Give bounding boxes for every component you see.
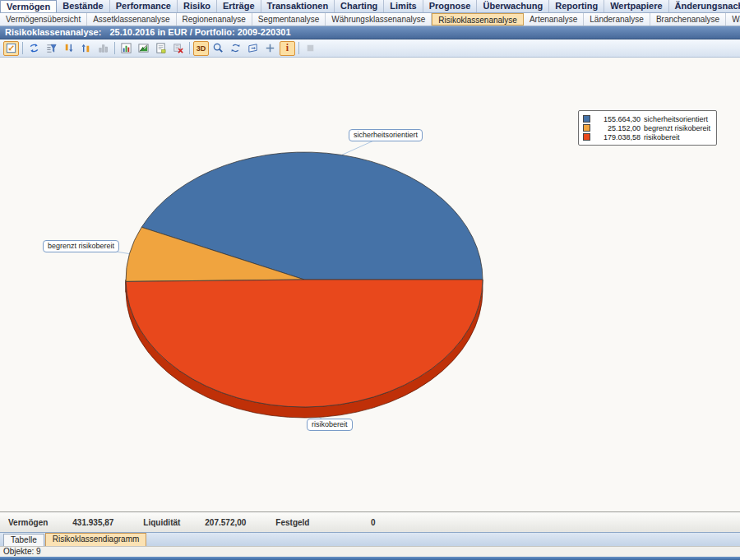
window-bottom-strip bbox=[0, 557, 740, 560]
delete-icon[interactable] bbox=[170, 41, 186, 56]
bar-chart-icon[interactable] bbox=[118, 41, 134, 56]
refresh-icon[interactable] bbox=[26, 41, 42, 56]
submenu-tab[interactable]: Währungsklassenanalyse bbox=[326, 13, 432, 25]
legend-row: 155.664,30 sicherheitsorientiert bbox=[583, 114, 710, 123]
fit-view-icon[interactable] bbox=[3, 41, 19, 56]
legend-label: risikobereit bbox=[644, 133, 680, 141]
summary-value: 0 bbox=[326, 518, 375, 527]
submenu-tab[interactable]: Risikoklassenanalyse bbox=[432, 13, 524, 25]
summary-item: Vermögen 431.935,87 bbox=[8, 518, 113, 527]
legend-label: sicherheitsorientiert bbox=[644, 115, 708, 123]
submenu-tab[interactable]: Regionenanalyse bbox=[177, 13, 252, 25]
legend-swatch bbox=[583, 115, 590, 123]
perspective-icon[interactable] bbox=[245, 41, 261, 56]
info-icon[interactable]: i bbox=[280, 41, 295, 56]
3d-toggle-icon[interactable]: 3D bbox=[193, 41, 209, 56]
view-title: Risikoklassenanalyse: bbox=[5, 26, 101, 39]
menu-tab[interactable]: Prognose bbox=[423, 0, 478, 12]
filter-icon[interactable] bbox=[44, 41, 59, 56]
view-titlebar: Risikoklassenanalyse: 25.10.2016 in EUR … bbox=[0, 26, 740, 39]
legend-label: begrenzt risikobereit bbox=[644, 124, 710, 132]
zoom-lens-icon[interactable] bbox=[210, 41, 226, 56]
add-icon[interactable] bbox=[262, 41, 278, 56]
toolbar-separator bbox=[298, 42, 299, 54]
legend-swatch bbox=[583, 133, 590, 141]
submenu-tab[interactable]: Länderanalyse bbox=[584, 13, 650, 25]
menu-tab[interactable]: Charting bbox=[335, 0, 384, 12]
main-menu: VermögenBeständePerformanceRisikoErträge… bbox=[0, 0, 740, 13]
summary-item: Festgeld 0 bbox=[275, 518, 375, 527]
toolbar-separator bbox=[189, 42, 190, 54]
menu-tab[interactable]: Limits bbox=[384, 0, 423, 12]
view-tab[interactable]: Risikoklassendiagramm bbox=[45, 533, 147, 546]
view-context: 25.10.2016 in EUR / Portfolio: 2009-2203… bbox=[109, 26, 290, 39]
submenu-tab[interactable]: Vermögensübersicht bbox=[0, 13, 87, 25]
summary-label: Festgeld bbox=[275, 518, 309, 527]
summary-item: Liquidität 207.572,00 bbox=[143, 518, 246, 527]
legend-row: 25.152,00 begrenzt risikobereit bbox=[583, 123, 710, 132]
legend-value: 179.038,58 bbox=[594, 133, 641, 141]
menu-tab[interactable]: Bestände bbox=[57, 0, 110, 12]
summary-bar: Vermögen 431.935,87 Liquidität 207.572,0… bbox=[0, 511, 740, 532]
placeholder-disabled-icon bbox=[303, 41, 318, 56]
application-window: VermögenBeständePerformanceRisikoErträge… bbox=[0, 0, 740, 560]
object-count: Objekte: 9 bbox=[3, 547, 41, 556]
drill-down-icon[interactable] bbox=[61, 41, 76, 56]
chart-area: sicherheitsorientiertbegrenzt risikobere… bbox=[0, 58, 740, 511]
summary-value: 207.572,00 bbox=[197, 518, 246, 527]
view-tab[interactable]: Tabelle bbox=[3, 534, 44, 546]
rotate-icon[interactable] bbox=[228, 41, 243, 56]
submenu-tab[interactable]: Assetklassenanalyse bbox=[87, 13, 176, 25]
legend-row: 179.038,58 risikobereit bbox=[583, 132, 710, 141]
chart-disabled-icon bbox=[95, 41, 111, 56]
export-report-icon[interactable] bbox=[153, 41, 169, 56]
drill-up-icon[interactable] bbox=[78, 41, 94, 56]
toolbar-separator bbox=[114, 42, 115, 54]
chart-legend: 155.664,30 sicherheitsorientiert 25.152,… bbox=[578, 110, 717, 146]
legend-value: 25.152,00 bbox=[594, 124, 641, 132]
analysis-submenu: VermögensübersichtAssetklassenanalyseReg… bbox=[0, 13, 740, 26]
menu-tab[interactable]: Wertpapiere bbox=[604, 0, 668, 12]
summary-value: 431.935,87 bbox=[64, 518, 113, 527]
legend-value: 155.664,30 bbox=[594, 115, 641, 123]
chart-toolbar: 3D i bbox=[0, 39, 740, 58]
submenu-tab[interactable]: Artenanalyse bbox=[524, 13, 584, 25]
submenu-tab[interactable]: Segmentanalyse bbox=[252, 13, 326, 25]
submenu-tab[interactable]: Währungsanalyse bbox=[726, 13, 740, 25]
menu-tab[interactable]: Performance bbox=[110, 0, 178, 12]
submenu-tab[interactable]: Branchenanalyse bbox=[650, 13, 726, 25]
view-tabs: TabelleRisikoklassendiagramm bbox=[0, 532, 740, 546]
menu-tab[interactable]: Transaktionen bbox=[261, 0, 335, 12]
image-chart-icon[interactable] bbox=[136, 41, 151, 56]
legend-swatch bbox=[583, 124, 590, 132]
summary-label: Liquidität bbox=[143, 518, 180, 527]
pie-slice[interactable] bbox=[126, 280, 483, 407]
toolbar-separator bbox=[22, 42, 23, 54]
menu-tab[interactable]: Änderungsnachverfolgung bbox=[669, 0, 740, 12]
menu-tab[interactable]: Risiko bbox=[178, 0, 217, 12]
menu-tab[interactable]: Reporting bbox=[549, 0, 604, 12]
menu-tab[interactable]: Überwachung bbox=[477, 0, 549, 12]
menu-tab[interactable]: Vermögen bbox=[0, 0, 57, 12]
menu-tab[interactable]: Erträge bbox=[217, 0, 261, 12]
status-bar: Objekte: 9 bbox=[0, 546, 740, 557]
summary-label: Vermögen bbox=[8, 518, 48, 527]
